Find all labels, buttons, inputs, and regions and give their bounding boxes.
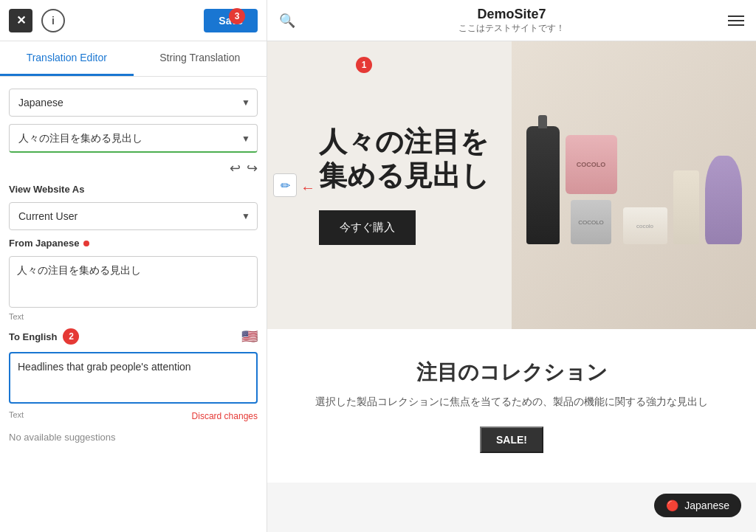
sale-button[interactable]: SALE! [480,426,543,453]
main-content: Translation Editor String Translation Ja… [0,41,756,532]
search-icon[interactable]: 🔍 [279,13,295,29]
product-jar-cream: cocolo [623,207,667,244]
lang-switcher-label: Japanese [684,500,729,511]
product-diffuser [673,170,699,244]
site-info: DemoSite7 ここはテストサイトです！ [295,7,728,35]
language-select-wrap: Japanese ▼ [9,89,258,117]
annotation-3: 3 [229,8,245,24]
from-field-type: Text [9,312,258,321]
product-bottle [526,126,560,244]
annotation-2: 2 [63,328,79,345]
site-subtitle: ここはテストサイトです！ [295,22,728,35]
hamburger-line [728,24,744,26]
collection-section: 注目のコレクション 選択した製品コレクションに焦点を当てるための、製品の機能に関… [267,329,756,483]
info-button[interactable]: i [41,9,65,32]
top-bar-center: 🔍 DemoSite7 ここはテストサイトです！ [267,7,756,35]
user-select[interactable]: Current User [9,202,258,230]
no-suggestions-text: No available suggestions [9,432,258,443]
string-select-wrap: 人々の注目を集める見出し ▼ [9,124,258,153]
collection-desc: 選択した製品コレクションに焦点を当てるための、製品の機能に関する強力な見出し [290,395,733,409]
discard-changes-link[interactable]: Discard changes [192,411,258,421]
top-bar-left: ✕ i Save 3 ← [0,0,267,41]
hero-headline: 人々の注目を集める見出し [319,125,514,193]
english-flag-icon: 🇺🇸 [241,328,258,345]
undo-redo-controls: ↩ ↪ [9,160,258,176]
from-text-area[interactable] [9,256,258,308]
hero-edit-button[interactable]: ✏ [273,173,297,197]
to-english-row: To English ← 2 🇺🇸 [9,328,258,345]
panel-body: Japanese ▼ 人々の注目を集める見出し ▼ ↩ ↪ View Websi… [0,77,267,455]
string-select[interactable]: 人々の注目を集める見出し [9,124,258,153]
lavender-bunch [705,156,742,244]
tab-translation-editor[interactable]: Translation Editor [0,41,134,76]
lang-flag-icon: 🔴 [666,500,678,511]
hamburger-button[interactable] [728,15,744,26]
redo-button[interactable]: ↪ [247,160,258,176]
products-display: COCOLO COCOLO cocolo [512,111,757,259]
right-panel: ✏ 1 ↗ ← 人々の注目を集める見出し 今すぐ購入 COCOLO [267,41,756,532]
tab-string-translation[interactable]: String Translation [134,41,267,76]
tabs: Translation Editor String Translation [0,41,267,77]
close-button[interactable]: ✕ [9,9,32,32]
to-field-type: Text [9,410,24,419]
language-select[interactable]: Japanese [9,89,258,117]
language-switcher[interactable]: 🔴 Japanese [654,494,741,517]
view-website-as-label: View Website As [9,184,258,195]
undo-button[interactable]: ↩ [230,160,241,176]
required-dot [83,241,89,246]
hamburger-line [728,20,744,21]
to-language-label: To English [9,331,57,342]
to-text-area[interactable] [9,352,258,404]
user-select-wrap: Current User ▼ [9,202,258,230]
top-bar: ✕ i Save 3 ← 🔍 DemoSite7 ここはテストサイトです！ [0,0,756,41]
from-language-label: From Japanese [9,238,258,249]
site-title: DemoSite7 [295,7,728,22]
hamburger-line [728,15,744,17]
annotation-1: 1 [356,57,372,73]
hero-cta-button[interactable]: 今すぐ購入 [319,210,416,245]
left-panel: Translation Editor String Translation Ja… [0,41,267,532]
collection-title: 注目のコレクション [282,359,741,387]
hero-section: ✏ 1 ↗ ← 人々の注目を集める見出し 今すぐ購入 COCOLO [267,41,756,329]
product-jar-pink: COCOLO [566,135,617,194]
hero-products: COCOLO COCOLO cocolo [512,41,756,329]
product-jar-small: COCOLO [571,200,611,244]
